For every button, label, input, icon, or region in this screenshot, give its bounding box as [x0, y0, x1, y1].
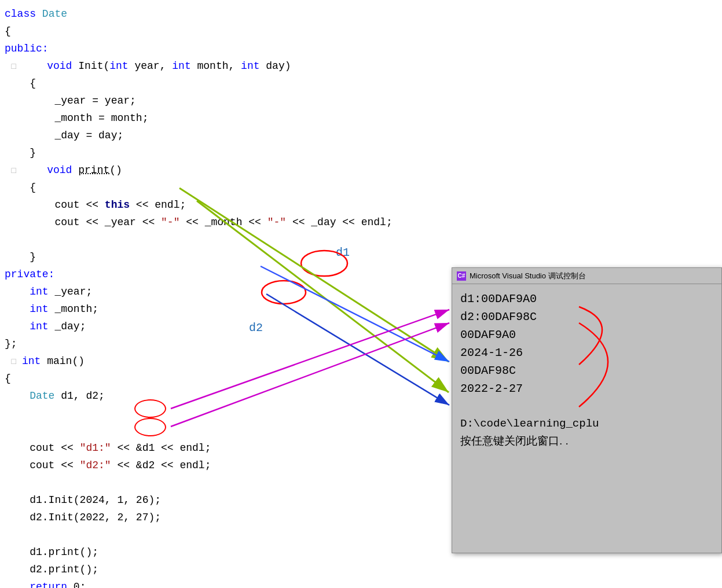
code-line-30: d2.Init(2022, 2, 27); [0, 509, 452, 527]
console-line-3: 00DAF9A0 [460, 326, 713, 344]
console-title: Microsoft Visual Studio 调试控制台 [470, 271, 586, 281]
code-line-3: public: [0, 41, 452, 58]
code-line-25 [0, 422, 452, 440]
code-line-17: int _year; [0, 284, 452, 301]
code-line-24 [0, 405, 452, 422]
code-line-9: } [0, 145, 452, 162]
code-line-18: int _month; [0, 301, 452, 318]
code-editor: class Date { public: □ void Init(int yea… [0, 0, 452, 588]
code-line-14 [0, 231, 452, 249]
code-line-19: int _day; [0, 318, 452, 336]
code-line-31 [0, 527, 452, 544]
code-line-33: d2.print(); [0, 561, 452, 579]
code-line-5: { [0, 75, 452, 93]
console-line-4: 2024-1-26 [460, 344, 713, 362]
code-line-2: { [0, 23, 452, 41]
label-d2: d2 [249, 321, 263, 335]
code-line-4: □ void Init(int year, int month, int day… [0, 58, 452, 75]
code-line-12: cout << this << endl; [0, 197, 452, 214]
code-line-8: _day = day; [0, 127, 452, 145]
console-line-7 [460, 398, 713, 416]
code-line-16: private: [0, 266, 452, 284]
code-line-27: cout << "d2:" << &d2 << endl; [0, 457, 452, 475]
code-line-1: class Date [0, 6, 452, 23]
vs-icon: C# [457, 271, 466, 281]
code-line-7: _month = month; [0, 110, 452, 127]
code-line-6: _year = year; [0, 93, 452, 110]
code-line-26: cout << "d1:" << &d1 << endl; [0, 440, 452, 457]
circle-d1 [134, 399, 166, 418]
code-line-11: { [0, 179, 452, 197]
console-line-2: d2:00DAF98C [460, 308, 713, 326]
code-line-21: □ int main() [0, 353, 452, 370]
code-line-32: d1.print(); [0, 544, 452, 561]
code-line-23: Date d1, d2; [0, 388, 452, 405]
circle-d2 [134, 418, 166, 436]
console-line-9: 按任意键关闭此窗口. . [460, 432, 713, 449]
console-line-1: d1:00DAF9A0 [460, 290, 713, 308]
debug-console-window: C# Microsoft Visual Studio 调试控制台 d1:00DA… [452, 267, 722, 553]
console-line-5: 00DAF98C [460, 362, 713, 380]
code-line-13: cout << _year << "-" << _month << "-" <<… [0, 214, 452, 231]
code-line-28 [0, 475, 452, 492]
label-d1: d1 [336, 246, 350, 259]
console-titlebar: C# Microsoft Visual Studio 调试控制台 [452, 268, 721, 284]
code-line-34: return 0; [0, 579, 452, 588]
console-line-8: D:\code\learning_cplu [460, 416, 713, 432]
code-line-10: □ void print() [0, 162, 452, 179]
code-line-22: { [0, 370, 452, 388]
code-line-20: }; [0, 336, 452, 353]
console-body: d1:00DAF9A0 d2:00DAF98C 00DAF9A0 2024-1-… [452, 284, 721, 455]
code-line-15: } [0, 249, 452, 266]
console-line-6: 2022-2-27 [460, 380, 713, 398]
code-line-29: d1.Init(2024, 1, 26); [0, 492, 452, 509]
